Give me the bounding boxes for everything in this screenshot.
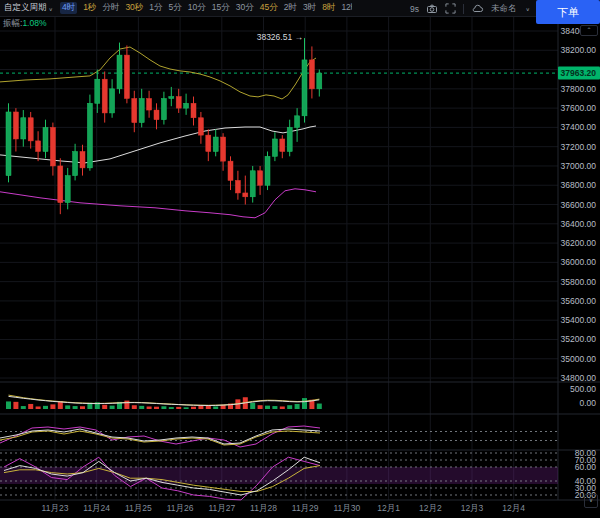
svg-text:35600.00: 35600.00 <box>561 296 597 306</box>
svg-text:34800.00: 34800.00 <box>561 373 597 383</box>
grid-layer <box>0 17 600 500</box>
period-menu-label: 自定义周期 <box>4 2 47 14</box>
fullscreen-icon[interactable] <box>445 3 456 14</box>
current-price-badge: 37963.20 <box>558 67 600 80</box>
chart-canvas[interactable]: 38400.0038200.0038000.0037800.0037600.00… <box>0 0 600 518</box>
svg-text:37000.00: 37000.00 <box>561 161 597 171</box>
order-button[interactable]: 下单 <box>536 0 600 24</box>
timeframe-button[interactable]: 5分 <box>169 2 182 14</box>
timeframe-button[interactable]: 2时 <box>284 2 297 14</box>
price-axis[interactable]: 38400.0038200.0038000.0037800.0037600.00… <box>561 26 597 500</box>
layout-name-label[interactable]: 未命名 <box>491 3 517 15</box>
svg-text:500.00: 500.00 <box>570 384 596 394</box>
svg-text:35000.00: 35000.00 <box>561 354 597 364</box>
svg-text:37200.00: 37200.00 <box>561 142 597 152</box>
candles-layer <box>6 38 322 214</box>
chevron-down-icon: ∨ <box>526 6 530 12</box>
svg-text:38326.51 →: 38326.51 → <box>257 32 303 42</box>
svg-text:11月24: 11月24 <box>83 503 110 513</box>
svg-text:37400.00: 37400.00 <box>561 122 597 132</box>
volume-layer <box>6 395 322 409</box>
oscillator-layer <box>0 426 320 447</box>
svg-text:35800.00: 35800.00 <box>561 277 597 287</box>
svg-text:11月29: 11月29 <box>292 503 319 513</box>
svg-text:35200.00: 35200.00 <box>561 334 597 344</box>
trading-chart-app: 自定义周期 ∨ 4时1秒分时30秒1分5分10分15分30分45分2时3时8时1… <box>0 0 600 518</box>
svg-text:37600.00: 37600.00 <box>561 103 597 113</box>
amplitude-label: 振幅: <box>3 18 22 28</box>
svg-text:11月30: 11月30 <box>334 503 361 513</box>
time-axis[interactable]: 11月2311月2411月2511月2611月2711月2811月2911月30… <box>42 503 526 513</box>
svg-text:36800.00: 36800.00 <box>561 180 597 190</box>
timeframe-button[interactable]: 1分 <box>149 2 162 14</box>
svg-text:11月23: 11月23 <box>42 503 69 513</box>
timeframe-button[interactable]: 10分 <box>188 2 206 14</box>
camera-icon[interactable] <box>426 3 438 15</box>
svg-text:12月3: 12月3 <box>461 503 484 513</box>
toolbar-right-group: 9s 未命名 ∨ <box>410 0 530 17</box>
toolbar-divider <box>463 4 464 14</box>
timeframe-button[interactable]: 4时 <box>60 2 77 14</box>
svg-text:12月4: 12月4 <box>502 503 525 513</box>
collapse-axis-button[interactable]: ⌃ <box>580 25 598 36</box>
svg-text:36400.00: 36400.00 <box>561 219 597 229</box>
timeframe-button[interactable]: 12时 <box>341 2 352 14</box>
timeframe-list: 4时1秒分时30秒1分5分10分15分30分45分2时3时8时12时1日2日3日… <box>60 2 352 14</box>
chevron-down-icon: ∨ <box>49 5 53 11</box>
svg-text:37963.20: 37963.20 <box>561 68 597 78</box>
svg-text:11月25: 11月25 <box>125 503 152 513</box>
amplitude-readout: 振幅:1.08% <box>3 18 46 30</box>
svg-text:36200.00: 36200.00 <box>561 238 597 248</box>
svg-text:36600.00: 36600.00 <box>561 200 597 210</box>
timeframe-button[interactable]: 30秒 <box>125 2 143 14</box>
svg-text:38200.00: 38200.00 <box>561 45 597 55</box>
svg-text:12月1: 12月1 <box>377 503 400 513</box>
svg-text:0.00: 0.00 <box>579 398 596 408</box>
cloud-icon[interactable] <box>471 3 484 14</box>
timeframe-button[interactable]: 分时 <box>102 2 119 14</box>
timeframe-button[interactable]: 15分 <box>212 2 230 14</box>
svg-text:37800.00: 37800.00 <box>561 84 597 94</box>
svg-text:12月2: 12月2 <box>419 503 442 513</box>
timeframe-button[interactable]: 3时 <box>303 2 316 14</box>
svg-text:36000.00: 36000.00 <box>561 257 597 267</box>
period-menu[interactable]: 自定义周期 ∨ <box>4 2 53 14</box>
svg-text:60.00: 60.00 <box>575 462 597 472</box>
amplitude-value: 1.08% <box>22 18 46 28</box>
svg-text:11月26: 11月26 <box>167 503 194 513</box>
top-toolbar: 自定义周期 ∨ 4时1秒分时30秒1分5分10分15分30分45分2时3时8时1… <box>0 0 600 17</box>
timeframe-button[interactable]: 30分 <box>236 2 254 14</box>
svg-text:11月27: 11月27 <box>208 503 235 513</box>
timeframe-button[interactable]: 8时 <box>322 2 335 14</box>
countdown-label: 9s <box>410 4 419 14</box>
svg-text:35400.00: 35400.00 <box>561 315 597 325</box>
timeframe-button[interactable]: 45分 <box>260 2 278 14</box>
timeframe-button[interactable]: 1秒 <box>83 2 96 14</box>
panel-collapse-button[interactable]: ∨ <box>584 494 598 508</box>
svg-text:11月28: 11月28 <box>250 503 277 513</box>
high-price-annotation: 38326.51 → <box>257 32 303 42</box>
